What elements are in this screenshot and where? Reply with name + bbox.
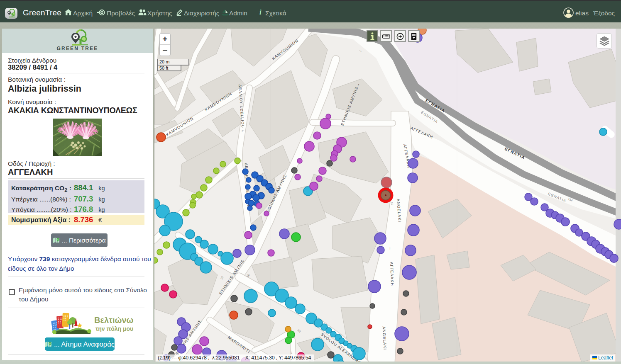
svg-text:ΑΓΓΕΛΑΚΗ: ΑΓΓΕΛΑΚΗ: [389, 262, 395, 286]
svg-text:41: 41: [390, 201, 394, 205]
svg-text:→: →: [387, 247, 391, 251]
